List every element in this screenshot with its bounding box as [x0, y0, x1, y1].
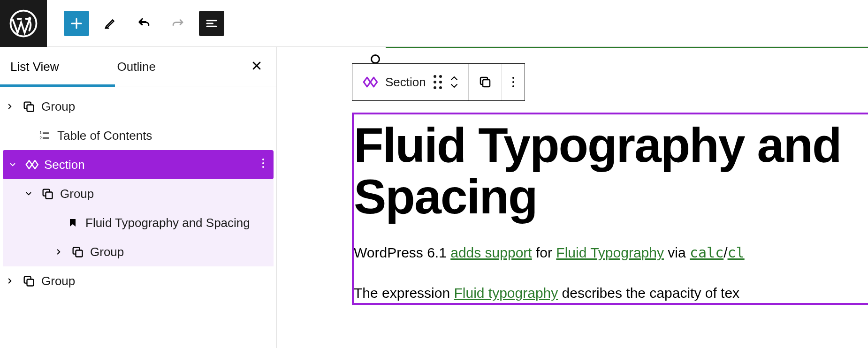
list-toggle-icon — [205, 16, 219, 30]
bookmark-icon — [64, 217, 82, 228]
close-sidebar-button[interactable] — [250, 59, 263, 74]
wordpress-logo[interactable] — [0, 0, 47, 47]
edit-button[interactable] — [98, 11, 123, 36]
post-heading[interactable]: Fluid Typography and Spacing — [354, 119, 868, 222]
tree-item-group-bottom[interactable]: Group — [0, 266, 276, 295]
paragraph-2[interactable]: The expression Fluid typography describe… — [354, 283, 868, 303]
link-cl[interactable]: cl — [728, 244, 745, 261]
svg-rect-9 — [46, 192, 53, 199]
chevron-down-icon — [449, 83, 459, 89]
tree-item-group-inner[interactable]: Group — [3, 237, 274, 266]
vertical-dots-icon — [261, 158, 265, 169]
chevron-down-icon[interactable] — [3, 160, 23, 169]
sidebar-tabs: List View Outline — [0, 47, 276, 86]
close-icon — [250, 59, 263, 72]
tree-item-section-selected[interactable]: Section — [3, 150, 274, 179]
block-type-label: Section — [385, 75, 426, 90]
undo-button[interactable] — [131, 11, 157, 36]
top-toolbar — [0, 0, 868, 47]
svg-rect-11 — [76, 250, 83, 257]
undo-icon — [136, 16, 152, 30]
move-updown[interactable] — [449, 75, 459, 89]
svg-point-6 — [262, 162, 264, 164]
wordpress-icon — [9, 9, 38, 38]
drag-handle[interactable] — [434, 75, 442, 89]
tree-item-group-top[interactable]: Group — [0, 92, 276, 121]
svg-rect-2 — [27, 105, 34, 112]
svg-point-7 — [262, 166, 264, 168]
group-icon — [20, 274, 38, 287]
tree-item-options-button[interactable] — [261, 158, 265, 172]
group-icon — [38, 187, 56, 200]
tree-item-toc[interactable]: 12 Table of Contents — [0, 121, 276, 150]
chevron-right-icon[interactable] — [0, 102, 20, 111]
tree-item-label: Fluid Typography and Spacing — [85, 216, 250, 230]
tree-item-label: Table of Contents — [57, 129, 152, 143]
document-overview-sidebar: List View Outline Group 12 Table of Cont… — [0, 47, 277, 348]
block-options-button[interactable] — [502, 64, 525, 100]
group-icon — [69, 245, 86, 258]
partial-link-above — [386, 47, 868, 48]
section-icon — [23, 158, 40, 172]
tree-item-label: Group — [60, 187, 94, 201]
svg-point-5 — [262, 159, 264, 160]
link-calc[interactable]: calc — [690, 244, 723, 261]
block-toolbar: Section — [352, 63, 525, 101]
block-type-segment[interactable]: Section — [352, 64, 469, 100]
chevron-up-icon — [449, 75, 459, 82]
partial-bullet — [371, 54, 380, 64]
active-tab-underline — [0, 84, 115, 87]
svg-point-16 — [512, 81, 514, 83]
group-icon — [20, 100, 38, 113]
link-fluid-typography-2[interactable]: Fluid typography — [454, 285, 558, 301]
toc-icon: 12 — [36, 129, 53, 142]
redo-button[interactable] — [165, 11, 190, 36]
plus-icon — [69, 16, 84, 30]
editor-canvas: Section Fluid Typography and Spacing Wor… — [277, 47, 868, 348]
chevron-right-icon[interactable] — [0, 277, 20, 285]
svg-rect-13 — [27, 280, 34, 286]
vertical-dots-icon — [511, 76, 515, 88]
section-icon — [362, 74, 378, 90]
link-adds-support[interactable]: adds support — [450, 245, 532, 260]
pencil-icon — [103, 16, 117, 30]
svg-point-15 — [512, 77, 514, 79]
selected-block-outline: Fluid Typography and Spacing WordPress 6… — [352, 113, 868, 305]
copy-icon — [478, 75, 492, 89]
tree-item-group-in-section[interactable]: Group — [3, 179, 274, 208]
document-overview-button[interactable] — [199, 11, 224, 36]
tree-item-label: Group — [41, 274, 75, 288]
paragraph-1[interactable]: WordPress 6.1 adds support for Fluid Typ… — [354, 243, 868, 263]
svg-text:1: 1 — [39, 130, 42, 135]
link-fluid-typography[interactable]: Fluid Typography — [556, 245, 664, 260]
chevron-right-icon[interactable] — [49, 248, 69, 256]
redo-icon — [170, 16, 186, 30]
copy-segment[interactable] — [469, 64, 502, 100]
add-block-button[interactable] — [64, 11, 89, 36]
tree-item-label: Section — [44, 158, 85, 172]
tree-item-label: Group — [41, 99, 75, 114]
svg-rect-14 — [483, 80, 490, 87]
chevron-down-icon[interactable] — [19, 189, 38, 198]
block-tree: Group 12 Table of Contents Section Group… — [0, 86, 276, 295]
top-tools — [47, 11, 224, 36]
tree-item-heading[interactable]: Fluid Typography and Spacing — [3, 208, 274, 237]
tree-item-label: Group — [90, 245, 124, 259]
tab-list-view[interactable]: List View — [0, 47, 69, 86]
svg-point-17 — [512, 85, 514, 87]
tab-outline[interactable]: Outline — [107, 47, 166, 86]
svg-text:2: 2 — [39, 136, 42, 140]
